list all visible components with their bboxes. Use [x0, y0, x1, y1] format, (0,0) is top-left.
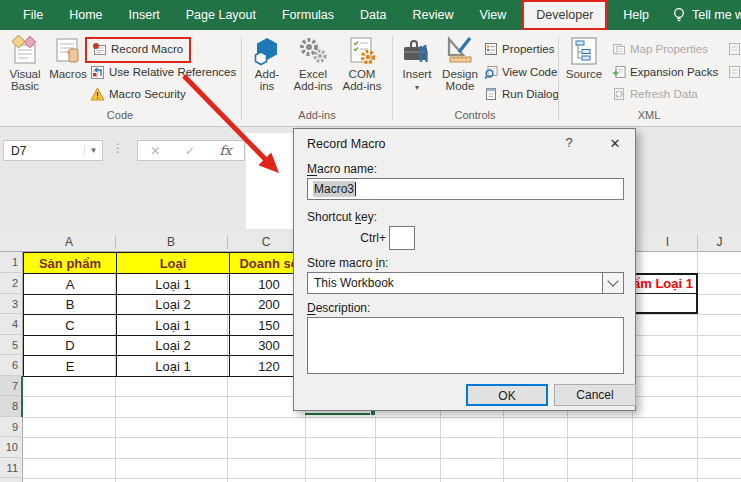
insert-control-button[interactable]: Insert▾ — [397, 34, 437, 92]
chevron-down-icon — [607, 275, 618, 286]
cell-a6[interactable]: E — [24, 356, 117, 377]
dialog-close-button[interactable]: ✕ — [600, 131, 630, 156]
header-tick — [115, 235, 116, 249]
map-properties-label: Map Properties — [630, 43, 708, 55]
tab-view[interactable]: View — [466, 0, 519, 30]
record-macro-label: Record Macro — [111, 43, 183, 55]
name-box[interactable]: D7 ▼ — [3, 140, 103, 161]
shortcut-key-label: Shortcut key: — [307, 210, 377, 224]
com-addins-button[interactable]: COMAdd-ins — [337, 34, 387, 92]
cell-a5[interactable]: D — [24, 336, 117, 356]
import-icon — [728, 42, 741, 56]
row-header-4[interactable]: 4 — [0, 314, 23, 335]
map-properties-icon — [612, 42, 626, 56]
macro-name-input[interactable]: Macro3 — [307, 178, 624, 200]
use-relative-references-button[interactable]: Use Relative References — [90, 63, 236, 81]
tab-home[interactable]: Home — [56, 0, 115, 30]
tab-help[interactable]: Help — [610, 0, 662, 30]
row-header-11[interactable]: 11 — [0, 458, 23, 478]
tab-file[interactable]: File — [10, 0, 56, 30]
addins-button[interactable]: Add-ins — [246, 34, 288, 92]
tab-developer[interactable]: Developer — [522, 0, 607, 30]
properties-icon — [484, 42, 498, 56]
ok-button[interactable]: OK — [466, 384, 548, 406]
properties-button[interactable]: Properties — [484, 40, 554, 58]
selected-rows-accent — [21, 376, 23, 417]
cell-a2[interactable]: A — [24, 274, 117, 295]
column-header-j[interactable]: J — [698, 232, 741, 252]
refresh-data-label: Refresh Data — [630, 88, 698, 100]
dialog-help-button[interactable]: ? — [560, 135, 578, 150]
tab-insert[interactable]: Insert — [116, 0, 173, 30]
cell-a4[interactable]: C — [24, 315, 117, 336]
column-header-b[interactable]: B — [115, 232, 227, 252]
dialog-title: Record Macro — [307, 137, 386, 151]
row-header-8[interactable]: 8 — [0, 396, 23, 417]
formula-bar-buttons: ✕ ✓ fx — [137, 140, 245, 161]
cell-b4[interactable]: Loại 1 — [117, 315, 230, 336]
cell-b3[interactable]: Loại 2 — [117, 295, 230, 315]
row-header-6[interactable]: 6 — [0, 355, 23, 376]
view-code-button[interactable]: View Code — [484, 63, 557, 81]
import-button[interactable] — [728, 40, 741, 58]
excel-addins-button[interactable]: ExcelAdd-ins — [290, 34, 336, 92]
cell-b5[interactable]: Loại 2 — [117, 336, 230, 356]
lightbulb-icon — [672, 7, 686, 23]
refresh-data-button[interactable]: Refresh Data — [612, 85, 698, 103]
column-header-i[interactable]: I — [637, 232, 698, 252]
excel-addins-label: ExcelAdd-ins — [290, 68, 336, 92]
store-macro-select[interactable]: This Workbook — [307, 272, 624, 294]
row-header-9[interactable]: 9 — [0, 417, 23, 437]
table-row: B Loại 2 200 — [24, 295, 309, 315]
tab-review[interactable]: Review — [399, 0, 466, 30]
selection-border — [305, 413, 375, 415]
header-tick — [697, 235, 698, 249]
shortcut-key-input[interactable] — [389, 226, 415, 250]
cell-a3[interactable]: B — [24, 295, 117, 315]
visual-basic-button[interactable]: VisualBasic — [4, 34, 46, 92]
cell-b1[interactable]: Loại — [117, 253, 230, 274]
expansion-packs-button[interactable]: Expansion Packs — [612, 63, 718, 81]
row-header-7[interactable]: 7 — [0, 376, 23, 396]
cancel-icon[interactable]: ✕ — [150, 144, 160, 158]
record-macro-dialog: Record Macro ? ✕ Macro name: Macro3 Shor… — [293, 128, 636, 411]
tab-data[interactable]: Data — [347, 0, 399, 30]
tab-formulas[interactable]: Formulas — [269, 0, 347, 30]
row-header-1[interactable]: 1 — [0, 252, 23, 273]
source-button[interactable]: Source — [562, 34, 606, 80]
description-label: Description: — [307, 301, 370, 315]
macro-security-button[interactable]: Macro Security — [90, 85, 186, 103]
row-header-2[interactable]: 2 — [0, 273, 23, 294]
cell-b2[interactable]: Loại 1 — [117, 274, 230, 295]
name-box-dropdown-icon[interactable]: ▼ — [84, 146, 102, 155]
red-cell-text: ẩm Loại 1 — [633, 275, 693, 293]
macros-button[interactable]: Macros — [48, 34, 88, 80]
description-input[interactable] — [307, 317, 624, 374]
enter-icon[interactable]: ✓ — [185, 144, 195, 158]
run-dialog-button[interactable]: Run Dialog — [484, 85, 559, 103]
header-tick — [227, 235, 228, 249]
excel-addins-icon — [290, 34, 336, 68]
dropdown-button[interactable] — [602, 273, 623, 293]
row-header-3[interactable]: 3 — [0, 294, 23, 314]
toolbox-icon — [397, 34, 437, 68]
ctrl-label: Ctrl+ — [334, 226, 386, 250]
gridline-h — [23, 417, 741, 418]
record-macro-icon — [92, 42, 107, 57]
refresh-data-icon — [612, 87, 626, 101]
excel-window: File Home Insert Page Layout Formulas Da… — [0, 0, 741, 482]
cell-a1[interactable]: Sản phẩm — [24, 253, 117, 274]
tab-page-layout[interactable]: Page Layout — [173, 0, 269, 30]
row-header-10[interactable]: 10 — [0, 437, 23, 458]
record-macro-button[interactable]: Record Macro — [92, 40, 183, 58]
group-divider — [392, 36, 393, 120]
cell-b6[interactable]: Loại 1 — [117, 356, 230, 377]
export-button[interactable] — [728, 63, 741, 81]
tell-me-box[interactable]: Tell me what — [672, 7, 741, 23]
cancel-button[interactable]: Cancel — [554, 384, 636, 406]
insert-function-icon[interactable]: fx — [220, 143, 232, 158]
row-header-5[interactable]: 5 — [0, 335, 23, 355]
column-header-a[interactable]: A — [23, 232, 115, 252]
map-properties-button[interactable]: Map Properties — [612, 40, 708, 58]
design-mode-button[interactable]: DesignMode — [439, 34, 481, 92]
